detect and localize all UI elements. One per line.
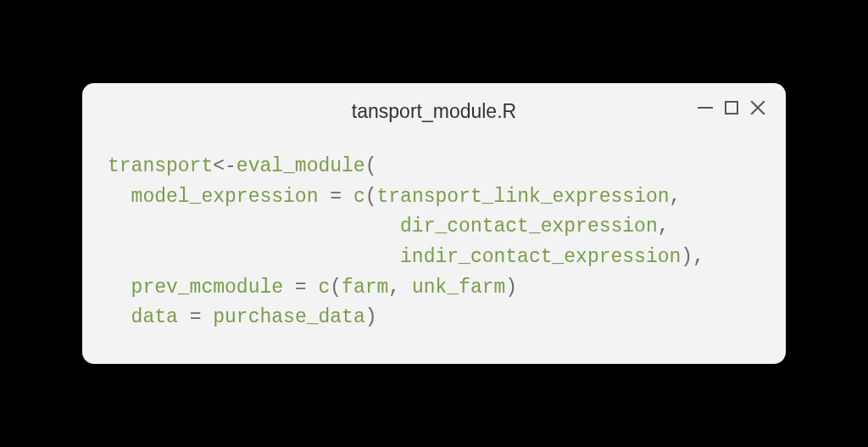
code-token: data (108, 306, 178, 328)
code-token: ) (505, 277, 517, 299)
minimize-icon[interactable] (698, 107, 713, 109)
code-token: ( (330, 277, 342, 299)
code-token (342, 186, 353, 208)
code-token (201, 306, 213, 328)
code-token: ( (365, 155, 377, 177)
code-token: , (658, 215, 670, 237)
code-token (318, 186, 330, 208)
code-token: , (670, 186, 682, 208)
window-controls (698, 100, 765, 115)
titlebar: tansport_module.R (82, 83, 786, 137)
code-token (108, 215, 400, 237)
code-token: = (330, 186, 342, 208)
code-token: <- (213, 155, 236, 177)
code-token: unk_farm (412, 277, 505, 299)
close-icon[interactable] (750, 100, 765, 115)
code-token: eval_module (236, 155, 365, 177)
code-token (108, 246, 400, 268)
code-token (307, 277, 319, 299)
window-title: tansport_module.R (352, 100, 516, 123)
code-token: farm (342, 277, 388, 299)
code-token: transport (108, 155, 213, 177)
code-token: dir_contact_expression (400, 215, 658, 237)
maximize-icon[interactable] (725, 101, 738, 115)
code-token: ( (365, 186, 377, 208)
code-token: c (318, 277, 330, 299)
code-content: transport<-eval_module( model_expression… (82, 137, 786, 364)
code-token: = (295, 277, 307, 299)
code-token: ), (681, 246, 704, 268)
code-token: purchase_data (213, 306, 364, 328)
code-token: transport_link_expression (377, 186, 670, 208)
code-window: tansport_module.R transport<-eval_module… (82, 83, 786, 364)
code-token: c (353, 186, 365, 208)
code-token: = (190, 306, 202, 328)
code-token (283, 277, 295, 299)
code-token: model_expression (108, 186, 318, 208)
code-token: prev_mcmodule (108, 277, 283, 299)
code-token: , (388, 277, 412, 299)
code-token: indir_contact_expression (400, 246, 681, 268)
code-token (178, 306, 190, 328)
code-token: ) (365, 306, 377, 328)
